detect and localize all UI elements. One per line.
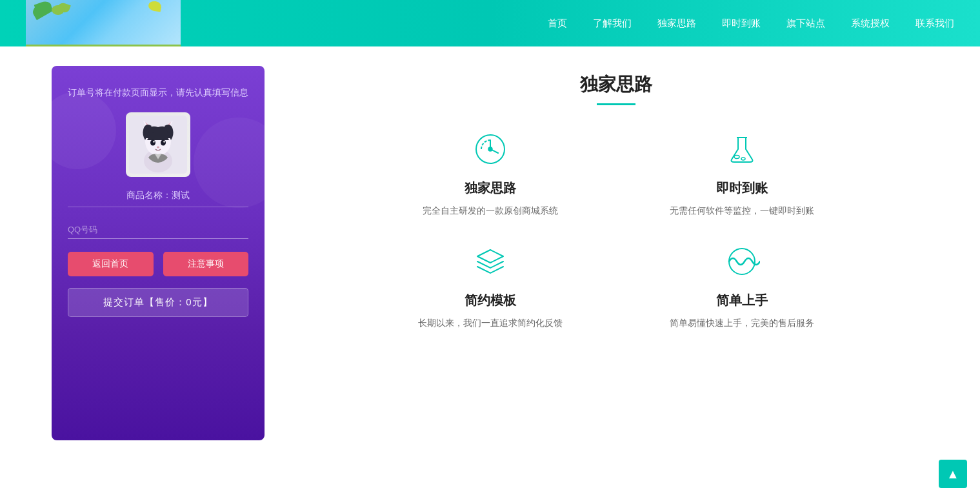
svg-point-16 (741, 158, 745, 160)
logo[interactable] (26, 0, 181, 46)
svg-point-8 (161, 140, 166, 146)
product-name: 商品名称：测试 (68, 190, 248, 201)
nav-item-2[interactable]: 独家思路 (657, 17, 696, 30)
title-underline (597, 103, 635, 105)
logo-leaf-3 (148, 0, 162, 12)
submit-order-button[interactable]: 提交订单【售价：0元】 (68, 288, 248, 317)
header: 首页了解我们独家思路即时到账旗下站点系统授权联系我们 (0, 0, 980, 46)
card-notice-text: 订单号将在付款页面显示，请先认真填写信息 (68, 85, 248, 99)
feature-desc-simple-template: 长期以来，我们一直追求简约化反馈 (418, 316, 563, 330)
layers-icon (471, 243, 510, 282)
feature-desc-exclusive: 完全自主研发的一款原创商城系统 (423, 203, 558, 218)
svg-point-7 (150, 140, 155, 146)
dashboard-icon (471, 131, 510, 170)
nav-item-4[interactable]: 旗下站点 (786, 17, 825, 30)
nav-item-1[interactable]: 了解我们 (593, 17, 632, 30)
wave-icon (723, 243, 761, 282)
order-card: 订单号将在付款页面显示，请先认真填写信息 (52, 66, 265, 440)
avatar-wrapper (68, 112, 248, 177)
feature-name-exclusive: 独家思路 (465, 179, 516, 197)
logo-leaf-1 (34, 0, 54, 16)
action-buttons: 返回首页 注意事项 (68, 252, 248, 276)
return-home-button[interactable]: 返回首页 (68, 252, 154, 276)
section-title: 独家思路 (580, 72, 652, 97)
flask-icon (723, 131, 761, 170)
nav-item-5[interactable]: 系统授权 (851, 17, 890, 30)
logo-leaf-2 (57, 1, 71, 14)
qq-input[interactable] (68, 220, 248, 239)
feature-name-instant: 即时到账 (716, 179, 768, 197)
nav-item-0[interactable]: 首页 (548, 17, 567, 30)
back-to-top-button[interactable]: ▲ (939, 460, 967, 466)
svg-point-9 (153, 141, 154, 143)
svg-point-11 (157, 147, 159, 148)
avatar-svg (129, 116, 187, 174)
features-section: 独家思路 独家思路 完全自主研发的一款原创商城系统 即时到账 无需任何软件等监控… (303, 66, 928, 440)
feature-simple-template: 简约模板 长期以来，我们一直追求简约化反馈 (390, 243, 590, 330)
feature-easy-use: 简单上手 简单易懂快速上手，完美的售后服务 (642, 243, 842, 330)
svg-point-13 (488, 147, 492, 151)
features-grid: 独家思路 完全自主研发的一款原创商城系统 即时到账 无需任何软件等监控，一键即时… (390, 131, 842, 331)
main-nav: 首页了解我们独家思路即时到账旗下站点系统授权联系我们 (548, 17, 954, 30)
nav-item-6[interactable]: 联系我们 (915, 17, 954, 30)
feature-name-simple-template: 简约模板 (465, 292, 516, 309)
nav-item-3[interactable]: 即时到账 (722, 17, 761, 30)
feature-instant: 即时到账 无需任何软件等监控，一键即时到账 (642, 131, 842, 218)
svg-point-17 (729, 249, 755, 274)
feature-name-easy-use: 简单上手 (716, 292, 768, 309)
feature-desc-instant: 无需任何软件等监控，一键即时到账 (670, 203, 814, 218)
avatar (126, 112, 190, 177)
notice-button[interactable]: 注意事项 (163, 252, 249, 276)
feature-desc-easy-use: 简单易懂快速上手，完美的售后服务 (670, 316, 814, 330)
svg-point-15 (734, 156, 739, 159)
main-content: 订单号将在付款页面显示，请先认真填写信息 (0, 46, 980, 466)
product-divider (68, 207, 248, 207)
svg-point-10 (163, 141, 165, 143)
feature-exclusive: 独家思路 完全自主研发的一款原创商城系统 (390, 131, 590, 218)
